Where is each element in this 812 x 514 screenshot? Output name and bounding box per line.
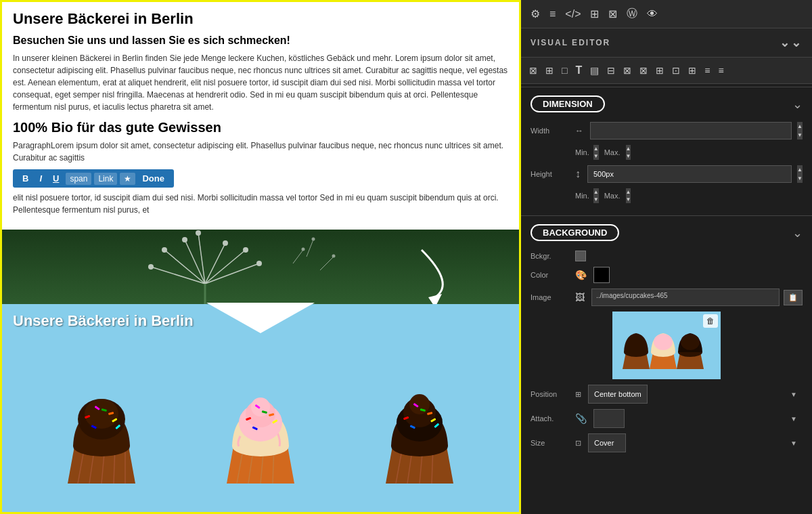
image-icon: 🖼 [575,292,585,303]
italic-button[interactable]: I [35,172,46,185]
position-dropdown-arrow: ▼ [790,391,797,398]
attach-label: Attach. [531,414,571,423]
tool-align2[interactable]: ≡ [717,64,725,77]
width-min-up[interactable]: ▲ [593,145,599,152]
tool-grid2[interactable]: ⊠ [622,64,633,77]
background-collapse-icon[interactable]: ⌄ [792,226,803,240]
cupcake-2 [213,379,308,494]
image-row: Image 🖼 ../images/cupcakes-465 📋 [531,288,803,306]
size-label: Size [531,439,571,447]
svg-point-9 [256,261,262,266]
plugin-icon[interactable]: ⊠ [608,7,617,20]
width-down-btn[interactable]: ▼ [797,131,803,140]
width-min-label: Min. [575,148,589,156]
tool-text[interactable]: T [574,63,583,78]
bckgr-checkbox[interactable] [575,251,586,261]
tool-align[interactable]: ≡ [703,64,711,77]
tool-grid5[interactable]: ⊞ [687,64,698,77]
width-max-up[interactable]: ▲ [626,145,631,152]
position-label: Position [531,390,571,398]
tool-container[interactable]: ⊞ [544,64,555,77]
svg-line-4 [164,250,205,284]
svg-line-5 [151,267,205,284]
height-row: Height ↕ ▲ ▼ [531,165,803,183]
done-button[interactable]: Done [138,172,168,185]
wp-icon[interactable]: Ⓦ [627,7,637,21]
svg-point-11 [162,247,167,253]
code-icon[interactable]: </> [565,8,581,20]
height-up-btn[interactable]: ▲ [797,165,803,174]
width-min-down[interactable]: ▼ [593,152,599,160]
height-resize-icon: ↕ [575,168,581,180]
grid-icon[interactable]: ⊞ [590,7,599,20]
height-min-up[interactable]: ▲ [593,188,599,196]
width-row: Width ↔ ▲ ▼ [531,122,803,140]
width-input[interactable] [590,122,792,140]
height-down-btn[interactable]: ▼ [797,174,803,183]
bckgr-label: Bckgr. [531,252,571,260]
size-dropdown-arrow: ▼ [790,440,797,447]
svg-point-69 [654,334,673,350]
image-browse-btn[interactable]: 📋 [784,290,803,305]
section-heading-bio: 100% Bio für das gute Gewissen [13,120,508,135]
width-max-label: Max. [604,148,621,156]
cupcake-3 [372,379,467,494]
bold-button[interactable]: B [18,172,32,185]
background-header[interactable]: BACKGROUND ⌄ [521,219,812,247]
body-text-2b: elit nisl posuere tortor, id suscipit di… [13,192,508,216]
svg-point-44 [251,398,270,416]
color-swatch[interactable] [593,267,610,283]
color-label: Color [531,271,571,279]
tool-select[interactable]: ⊠ [528,64,539,77]
height-min-down[interactable]: ▼ [593,196,599,203]
tool-list[interactable]: ▤ [589,64,600,77]
text-format-toolbar[interactable]: B I U span Link ★ Done [13,169,174,188]
hero-section: Unsere Bäckerei in Berlin [2,304,519,514]
link-button[interactable]: Link [94,173,117,185]
position-select[interactable]: Center bottom Center top Center center L… [588,385,648,404]
delete-image-btn[interactable]: 🗑 [703,314,718,328]
size-select[interactable]: Cover Contain Auto [588,433,626,452]
width-minmax-row: Min. ▲ ▼ Max. ▲ ▼ [531,145,803,160]
height-input[interactable] [587,165,792,183]
attach-dropdown-wrapper: Scroll Fixed ▼ [593,409,803,428]
svg-point-20 [332,255,336,258]
span-button[interactable]: span [66,173,91,185]
underline-button[interactable]: U [49,172,63,185]
body-text-1: In unserer kleinen Bäckerei in Berlin fi… [13,52,508,113]
tool-minus[interactable]: ⊟ [606,64,616,77]
dimension-collapse-icon[interactable]: ⌄ [792,97,803,112]
width-up-btn[interactable]: ▲ [797,122,803,131]
attach-select[interactable]: Scroll Fixed [593,409,625,428]
star-button[interactable]: ★ [120,173,135,185]
color-row: Color 🎨 [531,267,803,283]
background-title: BACKGROUND [531,224,619,241]
tool-box[interactable]: □ [560,64,568,77]
settings-icon[interactable]: ⚙ [531,7,540,20]
dimension-section: DIMENSION ⌄ Width ↔ ▲ ▼ Min. ▲ ▼ [521,90,812,213]
svg-line-17 [293,250,303,263]
height-max-up[interactable]: ▲ [626,188,631,196]
eye-icon[interactable]: 👁 [647,8,658,20]
svg-point-13 [196,230,201,236]
tool-grid3[interactable]: ⊠ [638,64,649,77]
sub-heading-1: Besuchen Sie uns und lassen Sie es sich … [13,35,508,47]
text-icon[interactable]: ≡ [549,8,556,20]
image-preview-container: 🗑 [531,312,803,379]
attach-row: Attach. 📎 Scroll Fixed ▼ [531,409,803,428]
width-resize-icon: ↔ [575,126,583,135]
main-heading: Unsere Bäckerei in Berlin [13,10,508,28]
attach-icon: 📎 [575,413,587,424]
height-minmax-row: Min. ▲ ▼ Max. ▲ ▼ [531,188,803,203]
collapse-icon[interactable]: ⌄⌄ [780,35,803,50]
height-min-label: Min. [575,192,589,200]
height-max-down[interactable]: ▼ [626,196,631,203]
tool-grid4[interactable]: ⊞ [654,64,665,77]
height-label: Height [531,170,571,178]
tool-border[interactable]: ⊡ [671,64,681,77]
svg-line-15 [307,240,313,257]
width-max-down[interactable]: ▼ [626,152,631,160]
dimension-header[interactable]: DIMENSION ⌄ [521,90,812,118]
color-picker-icon: 🎨 [575,270,587,280]
image-preview: 🗑 [612,312,721,379]
